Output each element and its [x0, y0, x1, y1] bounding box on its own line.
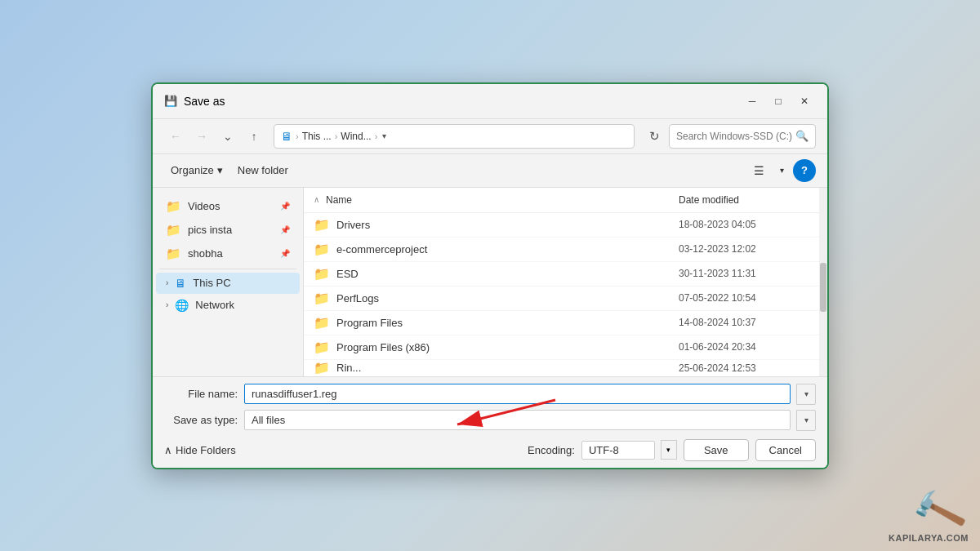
recent-button[interactable]: ⌄ [216, 125, 239, 148]
sidebar-item-label: Videos [188, 200, 220, 212]
file-date-cell: 25-06-2024 12:53 [679, 362, 809, 374]
videos-folder-icon: 📁 [166, 199, 181, 214]
scrollbar-thumb[interactable] [820, 263, 826, 312]
search-bar[interactable]: 🔍 [669, 124, 816, 149]
pin-icon: 📌 [280, 202, 290, 211]
search-input[interactable] [676, 131, 792, 142]
sort-indicator: ∧ [314, 195, 319, 204]
forward-button[interactable]: → [190, 125, 213, 148]
view-options-button[interactable]: ☰ [747, 159, 770, 182]
shobha-folder-icon: 📁 [166, 247, 181, 261]
scrollbar-track[interactable] [819, 188, 827, 376]
encoding-select[interactable]: UTF-8 [581, 441, 655, 460]
address-segment-1: This ... [302, 131, 332, 142]
file-name-cell: ESD [336, 268, 672, 280]
sidebar-item-label: This PC [193, 277, 230, 289]
encoding-dropdown-button[interactable]: ▾ [661, 440, 677, 460]
organize-label: Organize [171, 164, 214, 176]
encoding-label: Encoding: [528, 444, 575, 456]
column-name[interactable]: Name [326, 191, 679, 209]
file-name-cell: Program Files (x86) [336, 341, 672, 353]
file-type-dropdown-button[interactable]: ▾ [796, 410, 816, 431]
table-row[interactable]: 📁 Program Files 14-08-2024 10:37 [304, 311, 819, 335]
address-segment-2: Wind... [341, 131, 371, 142]
folder-icon: 📁 [314, 340, 330, 355]
save-as-dialog: 💾 Save as ─ □ ✕ ← → ⌄ ↑ 🖥 › This ... › W… [151, 82, 829, 469]
close-button[interactable]: ✕ [793, 92, 816, 110]
new-folder-button[interactable]: New folder [229, 161, 296, 180]
hide-folders-button[interactable]: ∧ Hide Folders [164, 444, 236, 456]
file-name-dropdown-button[interactable]: ▾ [796, 384, 816, 405]
sidebar-item-label: pics insta [188, 224, 232, 236]
file-list-header: ∧ Name Date modified [304, 188, 819, 213]
back-button[interactable]: ← [164, 125, 187, 148]
file-date-cell: 01-06-2024 20:34 [679, 341, 809, 353]
sidebar-item-pics-insta[interactable]: 📁 pics insta 📌 [156, 219, 300, 242]
pin-icon: 📌 [280, 225, 290, 234]
save-as-type-label: Save as type: [164, 414, 238, 426]
sidebar-item-label: Network [195, 299, 234, 311]
view-chevron-button[interactable]: ▾ [770, 159, 793, 182]
file-name-cell: Rin... [336, 362, 672, 374]
column-date-modified[interactable]: Date modified [679, 194, 809, 206]
folder-icon: 📁 [314, 360, 330, 375]
sidebar-item-shobha[interactable]: 📁 shobha 📌 [156, 242, 300, 265]
table-row[interactable]: 📁 Program Files (x86) 01-06-2024 20:34 [304, 335, 819, 360]
main-content: 📁 Videos 📌 📁 pics insta 📌 📁 shobha 📌 › 🖥… [153, 188, 827, 376]
file-list: ∧ Name Date modified 📁 Drivers 18-08-202… [304, 188, 819, 376]
up-button[interactable]: ↑ [243, 125, 265, 148]
window-controls: ─ □ ✕ [741, 92, 816, 110]
pin-icon: 📌 [280, 249, 290, 258]
folder-icon: 📁 [314, 242, 330, 257]
save-as-type-select[interactable]: All files [244, 410, 791, 430]
network-sidebar-icon: 🌐 [175, 299, 189, 312]
title-bar: 💾 Save as ─ □ ✕ [153, 84, 827, 119]
table-row[interactable]: 📁 Rin... 25-06-2024 12:53 [304, 360, 819, 376]
sidebar: 📁 Videos 📌 📁 pics insta 📌 📁 shobha 📌 › 🖥… [153, 188, 304, 376]
file-date-cell: 14-08-2024 10:37 [679, 317, 809, 328]
maximize-button[interactable]: □ [767, 92, 790, 110]
dialog-title: Save as [184, 95, 734, 108]
address-chevron-icon: ▾ [382, 131, 386, 140]
pc-sidebar-icon: 🖥 [175, 277, 186, 290]
file-name-row: File name: ▾ [164, 384, 816, 405]
navigation-toolbar: ← → ⌄ ↑ 🖥 › This ... › Wind... › ▾ ↻ 🔍 [153, 119, 827, 154]
save-button[interactable]: Save [684, 439, 749, 461]
file-name-label: File name: [164, 388, 238, 400]
table-row[interactable]: 📁 e-commerceproject 03-12-2023 12:02 [304, 238, 819, 262]
sidebar-item-videos[interactable]: 📁 Videos 📌 [156, 195, 300, 218]
sidebar-divider [159, 269, 296, 269]
encoding-area: Encoding: UTF-8 ▾ Save Cancel [528, 439, 816, 461]
file-name-cell: PerfLogs [336, 292, 672, 304]
help-button[interactable]: ? [793, 159, 816, 182]
minimize-button[interactable]: ─ [741, 92, 764, 110]
table-row[interactable]: 📁 PerfLogs 07-05-2022 10:54 [304, 287, 819, 311]
file-area: ∧ Name Date modified 📁 Drivers 18-08-202… [304, 188, 827, 376]
refresh-button[interactable]: ↻ [643, 125, 666, 148]
organize-chevron-icon: ▾ [217, 164, 223, 176]
sidebar-item-label: shobha [188, 247, 223, 260]
file-date-cell: 03-12-2023 12:02 [679, 243, 809, 255]
file-type-row: Save as type: All files ▾ [164, 410, 816, 431]
file-date-cell: 30-11-2023 11:31 [679, 268, 809, 279]
bottom-section: File name: ▾ Save as type: All files ▾ ∧… [153, 376, 827, 468]
cancel-button[interactable]: Cancel [755, 439, 816, 461]
bottom-actions: ∧ Hide Folders Encoding: UTF-8 ▾ Save Ca… [164, 439, 816, 461]
hide-folders-label: Hide Folders [176, 444, 236, 456]
organize-button[interactable]: Organize ▾ [164, 161, 229, 180]
file-name-cell: Drivers [336, 219, 672, 231]
sidebar-item-this-pc[interactable]: › 🖥 This PC [156, 273, 300, 294]
folder-icon: 📁 [314, 266, 330, 282]
watermark: KAPILARYA.COM [889, 533, 969, 543]
table-row[interactable]: 📁 Drivers 18-08-2023 04:05 [304, 213, 819, 238]
pc-icon: 🖥 [281, 130, 292, 143]
address-bar[interactable]: 🖥 › This ... › Wind... › ▾ [274, 124, 635, 149]
sidebar-item-network[interactable]: › 🌐 Network [156, 295, 300, 316]
table-row[interactable]: 📁 ESD 30-11-2023 11:31 [304, 262, 819, 287]
expand-chevron-icon: › [166, 278, 168, 287]
file-date-cell: 18-08-2023 04:05 [679, 219, 809, 230]
file-date-cell: 07-05-2022 10:54 [679, 292, 809, 304]
search-icon: 🔍 [795, 130, 808, 142]
file-name-input[interactable] [244, 384, 791, 404]
hide-folders-chevron-icon: ∧ [164, 444, 172, 456]
